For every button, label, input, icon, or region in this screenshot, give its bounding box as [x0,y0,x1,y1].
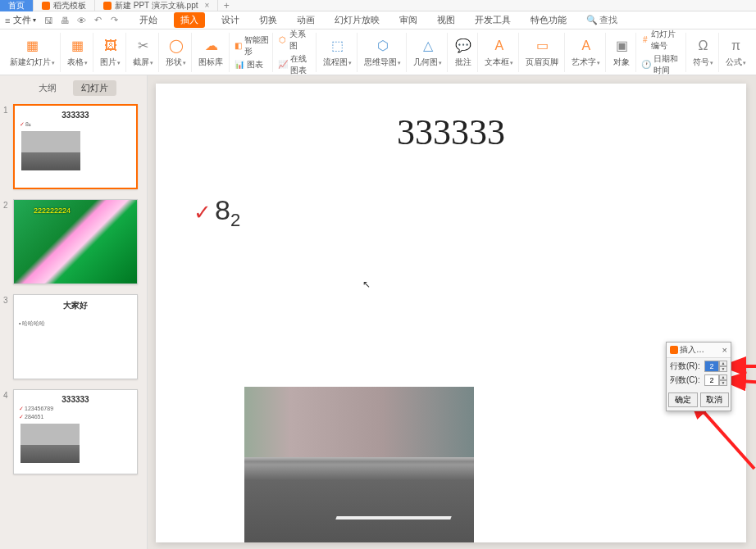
ribbon-datetime[interactable]: 🕐日期和时间 [641,53,682,76]
slide-image[interactable] [244,387,474,542]
ribbon-tab-start[interactable]: 开始 [136,12,161,28]
slidenumber-icon: # [641,35,649,45]
redo-icon[interactable]: ↷ [108,15,120,26]
tab-home[interactable]: 首页 [0,0,34,11]
ribbon-mindmap[interactable]: ⬡思维导图 [359,33,407,72]
thumb-number: 2 [3,201,8,210]
search-button[interactable]: 🔍查找 [586,14,617,26]
thumb-sub1: 123456789 [19,406,132,412]
rows-spin-up[interactable]: ▲ [719,361,727,366]
slide-bullet[interactable]: ✓ 82 [194,194,713,231]
ribbon-onlinechart[interactable]: 📈在线图表 [278,53,312,76]
ribbon: ▦新建幻灯片 ▦表格 🖼图片 ✂截屏 ◯形状 ☁图标库 ◧智能图形 📊图表 ⬡关… [0,29,756,75]
ribbon-object[interactable]: ▣对象 [608,33,636,72]
ribbon-slidenumber[interactable]: #幻灯片编号 [641,29,682,52]
thumb-image [21,131,80,170]
ribbon-comment[interactable]: 💬批注 [449,33,478,72]
main-area: 大纲 幻灯片 1 333333 8₂ 2 222222224 [0,75,756,549]
tab-document[interactable]: 新建 PPT 演示文稿.ppt× [95,0,218,11]
iconlib-icon: ☁ [203,37,221,55]
thumbnail-item[interactable]: 4 333333 123456789 284651 [7,389,140,474]
thumb-preview[interactable]: 333333 8₂ [13,104,138,189]
ribbon-flowchart[interactable]: ⬚流程图 [318,33,358,72]
rows-input[interactable] [704,361,719,372]
thumb-number: 3 [3,296,8,305]
dialog-cancel-button[interactable]: 取消 [700,392,730,407]
ribbon-smartgraphic[interactable]: ◧智能图形 [235,34,269,57]
sidebar-tab-slides[interactable]: 幻灯片 [73,80,116,96]
ribbon-table[interactable]: ▦表格 [62,33,93,72]
sidebar-tab-outline[interactable]: 大纲 [30,80,65,96]
preview-icon[interactable]: 👁 [75,15,87,26]
ribbon-screenshot[interactable]: ✂截屏 [128,33,159,72]
insert-table-dialog: 插入… × 行数(R): ▲ ▼ 列数(C): [666,342,731,411]
ribbon-new-slide[interactable]: ▦新建幻灯片 [5,33,61,72]
thumb-preview[interactable]: 大家好 • 哈哈哈哈 [13,294,138,379]
cols-label: 列数(C): [670,374,700,386]
print-icon[interactable]: 🖶 [59,15,71,26]
headerfooter-icon: ▭ [534,37,552,55]
ribbon-tab-features[interactable]: 特色功能 [527,12,570,28]
ribbon-relation[interactable]: ⬡关系图 [278,29,312,52]
dialog-ok-button[interactable]: 确定 [668,392,698,407]
thumbnail-item[interactable]: 2 222222224 [7,199,140,284]
ribbon-equation[interactable]: π公式 [721,33,751,72]
thumb-overlay-text: 222222224 [34,206,71,215]
thumbnail-item[interactable]: 1 333333 8₂ [7,104,140,189]
save-icon[interactable]: 🖫 [43,15,54,26]
ribbon-iconlib[interactable]: ☁图标库 [194,33,230,72]
ribbon-wordart[interactable]: A艺术字 [567,33,606,72]
ribbon-chart[interactable]: 📊图表 [235,59,269,70]
thumb-subtitle: 8₂ [20,121,131,128]
thumb-sub2: 284651 [19,414,132,420]
thumb-preview[interactable]: 333333 123456789 284651 [13,389,138,474]
relation-icon: ⬡ [278,35,287,45]
slide[interactable]: 333333 ✓ 82 ↖ [156,84,746,542]
ribbon-shape[interactable]: ◯形状 [161,33,192,72]
undo-icon[interactable]: ↶ [92,15,103,26]
slide-title[interactable]: 333333 [189,111,713,153]
slide-canvas[interactable]: 333333 ✓ 82 ↖ 插入… × 行数(R): ▲ [148,75,756,549]
dialog-titlebar[interactable]: 插入… × [667,343,731,358]
textbox-icon: A [490,37,508,55]
wordart-icon: A [577,37,595,55]
dialog-icon [670,346,678,354]
file-menu[interactable]: 文件 [13,14,36,26]
add-tab-button[interactable]: + [218,0,235,11]
ribbon-headerfooter[interactable]: ▭页眉页脚 [521,33,565,72]
cols-spin-up[interactable]: ▲ [719,374,727,380]
tab-template[interactable]: 稻壳模板 [34,0,95,11]
dialog-close-button[interactable]: × [722,345,727,355]
menu-bar: ≡ 文件 🖫 🖶 👁 ↶ ↷ 开始 插入 设计 切换 动画 幻灯片放映 审阅 视… [0,11,756,29]
ribbon-tab-view[interactable]: 视图 [434,12,458,28]
cols-input[interactable] [704,374,719,386]
ribbon-tab-design[interactable]: 设计 [218,12,243,28]
thumbnail-item[interactable]: 3 大家好 • 哈哈哈哈 [7,294,140,379]
geometry-icon: △ [419,37,437,55]
sidebar-tabs: 大纲 幻灯片 [0,75,147,101]
ribbon-tab-review[interactable]: 审阅 [396,12,421,28]
table-icon: ▦ [69,37,87,55]
hamburger-icon[interactable]: ≡ [5,16,10,25]
ribbon-textbox[interactable]: A文本框 [480,33,519,72]
ribbon-picture[interactable]: 🖼图片 [95,33,126,72]
ribbon-geometry[interactable]: △几何图 [408,33,448,72]
ribbon-tab-devtools[interactable]: 开发工具 [471,12,514,28]
ribbon-tab-transition[interactable]: 切换 [256,12,280,28]
thumbnails-list[interactable]: 1 333333 8₂ 2 222222224 3 大家好 [0,101,147,549]
close-tab-icon[interactable]: × [205,1,210,10]
cols-spin-down[interactable]: ▼ [719,380,727,386]
quick-access-toolbar: 🖫 🖶 👁 ↶ ↷ [43,15,120,26]
flame-icon [42,2,50,10]
comment-icon: 💬 [454,37,472,55]
new-slide-icon: ▦ [24,37,42,55]
document-tabs-bar: 首页 稻壳模板 新建 PPT 演示文稿.ppt× + [0,0,756,11]
chart-icon: 📊 [235,60,244,70]
ribbon-tab-slideshow[interactable]: 幻灯片放映 [331,12,383,28]
rows-spin-down[interactable]: ▼ [719,366,727,372]
ribbon-tab-insert[interactable]: 插入 [174,12,205,28]
ribbon-symbol[interactable]: Ω符号 [688,33,719,72]
ribbon-tab-animation[interactable]: 动画 [294,12,318,28]
thumb-preview[interactable]: 222222224 [13,199,138,284]
picture-icon: 🖼 [102,37,120,55]
